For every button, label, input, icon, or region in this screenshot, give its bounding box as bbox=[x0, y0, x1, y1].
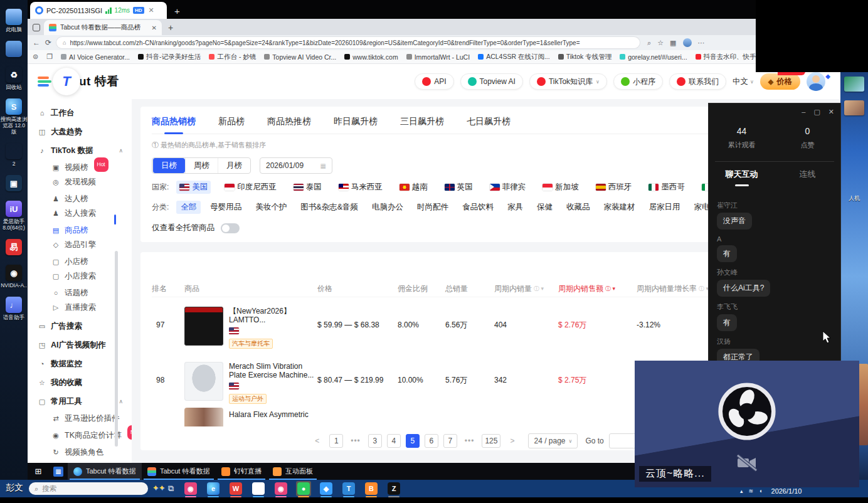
country-option[interactable]: 墨西哥 bbox=[645, 181, 688, 194]
browser-profile-avatar[interactable] bbox=[683, 38, 692, 47]
taskbar-task[interactable]: Tabcut 特看数据... bbox=[142, 463, 216, 480]
managed-toggle-switch[interactable] bbox=[221, 223, 240, 233]
page-button[interactable]: 1 bbox=[329, 434, 343, 448]
bookmark-item[interactable]: www.tiktok.com bbox=[344, 53, 398, 61]
language-selector[interactable]: 中文 ∨ bbox=[733, 77, 754, 87]
taskbar-app-icon[interactable]: ● bbox=[296, 481, 311, 496]
ranking-tab[interactable]: 商品热推榜 bbox=[267, 116, 311, 127]
country-option[interactable]: 菲律宾 bbox=[487, 181, 529, 194]
browser-tab[interactable]: Tabcut 特看数据——商品榜 ✕ bbox=[44, 20, 162, 35]
period-tab[interactable]: 周榜 bbox=[185, 158, 218, 173]
desktop-icon[interactable]: iU 爱思助手 8.0(64位) bbox=[0, 201, 28, 231]
taskbar-app-icon[interactable]: Z bbox=[386, 481, 401, 496]
taskbar-app-icon[interactable]: W bbox=[228, 481, 243, 496]
category-option[interactable]: 收藏品 bbox=[562, 201, 595, 214]
bookmark-item[interactable]: gorelay.net/#/useri... bbox=[620, 53, 687, 61]
favorite-star-icon[interactable]: ☆ bbox=[657, 39, 664, 47]
ranking-tab[interactable]: 新品榜 bbox=[218, 116, 245, 127]
page-size-select[interactable]: 24 / page ∨ bbox=[528, 433, 578, 448]
taskbar-app-icon[interactable]: B bbox=[364, 481, 379, 496]
category-option[interactable]: 时尚配件 bbox=[413, 201, 453, 214]
desktop-icon[interactable]: ◉ NVIDIA-A.. bbox=[0, 265, 28, 289]
sidebar-scrollbar[interactable] bbox=[115, 251, 118, 447]
pricing-button[interactable]: ◆ 价格 bbox=[760, 73, 800, 90]
maximize-icon[interactable]: ▢ bbox=[813, 108, 820, 116]
bookmark-item[interactable]: AI Voice Generator... bbox=[61, 53, 130, 61]
browser-menu-icon[interactable]: ⋯ bbox=[698, 39, 705, 47]
close-tab-icon[interactable]: ✕ bbox=[152, 24, 157, 31]
taskbar-task[interactable]: 互动面板 bbox=[267, 463, 319, 480]
sort-info-icons[interactable]: ⓘ ▾ bbox=[605, 285, 615, 293]
taskbar-app-icon[interactable]: T bbox=[341, 481, 356, 496]
category-option[interactable]: 图书&杂志&音频 bbox=[296, 201, 363, 214]
nav-item[interactable]: API bbox=[415, 73, 453, 90]
nav-item[interactable]: 小程序 bbox=[613, 73, 663, 90]
reading-list-icon[interactable]: ⊜ bbox=[33, 53, 38, 61]
category-option[interactable]: 保健 bbox=[532, 201, 557, 214]
category-option[interactable]: 家具 bbox=[503, 201, 527, 214]
sidebar-item[interactable]: ▣ 视频榜 Hot bbox=[38, 161, 132, 174]
reload-button[interactable]: ⟳ bbox=[45, 38, 51, 47]
volume-icon[interactable]: ◖ bbox=[759, 488, 762, 494]
country-option[interactable]: 印度尼西亚 bbox=[221, 181, 280, 194]
goto-page-input[interactable] bbox=[609, 433, 637, 448]
desktop-photo-icon[interactable] bbox=[844, 100, 864, 115]
category-option[interactable]: 食品饮料 bbox=[458, 201, 498, 214]
period-tab[interactable]: 月榜 bbox=[218, 158, 250, 173]
close-session-icon[interactable]: ✕ bbox=[149, 6, 154, 14]
taskbar-search-box[interactable]: ⌕ 搜索 bbox=[29, 482, 148, 495]
sort-info-icons[interactable]: ⓘ ▾ bbox=[534, 285, 544, 293]
minimize-icon[interactable]: – bbox=[802, 108, 805, 116]
country-option[interactable]: 马来西亚 bbox=[336, 181, 386, 194]
country-option[interactable]: 美国 bbox=[176, 181, 211, 194]
bookmark-item[interactable]: 抖音去水印、快手... bbox=[696, 53, 762, 61]
date-picker[interactable]: 2026/01/09 ▦ bbox=[260, 157, 332, 174]
sidebar-item[interactable]: ⌂ 工作台 bbox=[38, 107, 132, 120]
tab-search-icon[interactable] bbox=[33, 24, 40, 31]
sidebar-item[interactable]: ♪ TikTok 数据 ∧ bbox=[38, 144, 132, 157]
nav-item[interactable]: 联系我们 bbox=[669, 73, 726, 90]
desktop-icon[interactable]: 2 bbox=[0, 143, 28, 167]
page-button[interactable]: 5 bbox=[406, 434, 420, 448]
ranking-tab[interactable]: 商品热销榜 bbox=[152, 116, 196, 127]
table-column-header[interactable]: 周期内销售额 ⓘ ▾ bbox=[558, 283, 637, 294]
bookmark-item[interactable]: ImmortalWrt - LuCI bbox=[406, 53, 470, 61]
desktop-icon[interactable]: ▣ bbox=[0, 175, 28, 193]
sidebar-item[interactable]: ♟ 达人搜索 bbox=[38, 207, 132, 220]
taskbar-task[interactable]: 钉钉直播 bbox=[216, 463, 267, 480]
tab-chat-interaction[interactable]: 聊天互动 bbox=[709, 169, 775, 186]
user-avatar[interactable] bbox=[807, 72, 825, 91]
ranking-tab[interactable]: 七日飙升榜 bbox=[467, 116, 511, 127]
country-option[interactable]: 越南 bbox=[396, 181, 431, 194]
extensions-icon[interactable]: ▦ bbox=[670, 39, 676, 47]
bookmarks-folder-icon[interactable]: ❐ bbox=[46, 53, 53, 61]
taskbar-app-icon[interactable]: ◉ bbox=[183, 481, 198, 496]
page-button[interactable]: ••• bbox=[348, 434, 363, 448]
desktop-icon[interactable] bbox=[0, 41, 28, 58]
desktop-photo-icon[interactable] bbox=[844, 77, 864, 92]
table-column-header[interactable]: 商品 bbox=[184, 283, 317, 294]
taskbar-app-icon[interactable]: ◈ bbox=[319, 481, 334, 496]
sidebar-item[interactable]: ◫ 大盘趋势 bbox=[38, 125, 132, 139]
ranking-tab[interactable]: 昨日飙升榜 bbox=[334, 116, 378, 127]
category-option[interactable]: 家装建材 bbox=[600, 201, 640, 214]
nav-item[interactable]: Topview AI bbox=[460, 73, 523, 90]
calculator-taskbar-icon[interactable]: ▦ bbox=[49, 463, 68, 480]
tab-connect[interactable]: 连线 bbox=[775, 169, 840, 186]
page-button[interactable]: < bbox=[310, 434, 324, 448]
sidebar-item[interactable]: ↻ 视频换角色 bbox=[38, 446, 132, 459]
bookmark-item[interactable]: Topview AI Video Cr... bbox=[264, 53, 336, 61]
sidebar-item[interactable]: ▤ 商品榜 bbox=[38, 224, 132, 237]
page-button[interactable]: 3 bbox=[368, 434, 382, 448]
remote-session-tab[interactable]: PC-20250113ISGI 12ms HD ✕ bbox=[30, 2, 167, 19]
desktop-icon[interactable]: 易 bbox=[0, 239, 28, 257]
new-session-button[interactable]: + bbox=[174, 6, 180, 16]
country-option[interactable]: 泰国 bbox=[290, 181, 325, 194]
category-option[interactable]: 全部 bbox=[176, 201, 201, 214]
sidebar-item[interactable]: ◇ 选品引擎 bbox=[38, 238, 132, 251]
nav-item[interactable]: TikTok知识库 ∨ bbox=[529, 73, 607, 90]
back-button[interactable]: ← bbox=[33, 38, 40, 47]
search-icon[interactable]: ⌕ bbox=[647, 39, 651, 47]
desktop-icon[interactable]: ♩ 语音助手 bbox=[0, 297, 28, 320]
sort-info-icons[interactable]: ⓘ ▾ bbox=[699, 285, 709, 293]
